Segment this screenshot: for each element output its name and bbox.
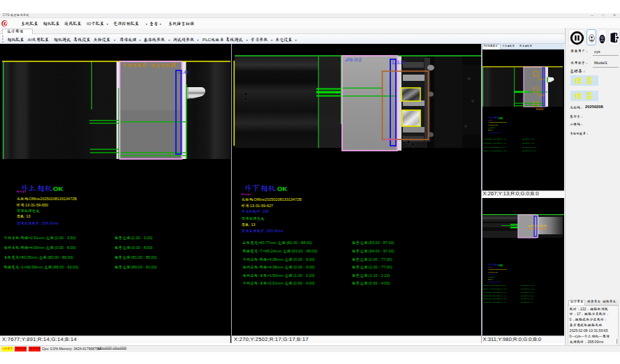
svg-text:73.48: 73.48 xyxy=(177,70,189,75)
svg-text:123.80: 123.80 xyxy=(392,60,406,65)
svg-text:平均阈值:93，动态阈值:100: 平均阈值:93，动态阈值:100 xyxy=(122,63,175,68)
svg-text:AI检测区: AI检测区 xyxy=(344,57,362,62)
svg-text:外极耳NG: 外极耳NG xyxy=(383,137,396,142)
svg-text:90.56 92.0: 90.56 92.0 xyxy=(536,108,544,110)
svg-text:83.05 86: 83.05 86 xyxy=(538,94,545,96)
